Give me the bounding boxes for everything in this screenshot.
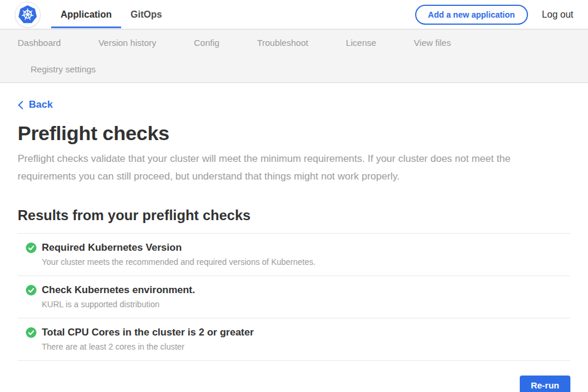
subnav-item-dashboard[interactable]: Dashboard xyxy=(18,38,61,48)
subnav-item-config[interactable]: Config xyxy=(194,38,219,48)
check-text: Required Kubernetes Version Your cluster… xyxy=(42,241,316,267)
top-header: Application GitOps Add a new application… xyxy=(0,0,588,29)
check-item-kubernetes-version: Required Kubernetes Version Your cluster… xyxy=(18,233,570,275)
header-tabs: Application GitOps xyxy=(51,0,171,29)
check-item-kubernetes-environment: Check Kubernetes environment. KURL is a … xyxy=(18,275,570,318)
subnav-row-1: Dashboard Version history Config Trouble… xyxy=(0,29,588,56)
footer-actions: Re-run xyxy=(18,376,570,392)
tab-gitops-label: GitOps xyxy=(131,9,162,20)
check-text: Total CPU Cores in the cluster is 2 or g… xyxy=(42,326,254,351)
check-detail: Your cluster meets the recommended and r… xyxy=(42,257,316,267)
check-title: Required Kubernetes Version xyxy=(42,241,316,254)
subnav-item-troubleshoot[interactable]: Troubleshoot xyxy=(257,38,308,48)
subnav-item-view-files[interactable]: View files xyxy=(414,38,451,48)
tab-application-label: Application xyxy=(61,9,112,20)
logout-link[interactable]: Log out xyxy=(542,9,573,20)
app-subnav: Dashboard Version history Config Trouble… xyxy=(0,29,588,83)
chevron-left-icon xyxy=(18,101,24,109)
check-title: Check Kubernetes environment. xyxy=(42,284,195,296)
check-title: Total CPU Cores in the cluster is 2 or g… xyxy=(42,326,254,338)
back-link-label: Back xyxy=(29,99,53,111)
check-detail: There are at least 2 cores in the cluste… xyxy=(42,342,254,351)
kubernetes-helm-icon xyxy=(18,5,38,25)
tab-application[interactable]: Application xyxy=(51,0,121,29)
check-pass-icon xyxy=(26,242,36,253)
back-link[interactable]: Back xyxy=(18,99,53,111)
check-text: Check Kubernetes environment. KURL is a … xyxy=(42,284,195,309)
tab-gitops[interactable]: GitOps xyxy=(121,0,171,29)
subnav-item-license[interactable]: License xyxy=(346,38,376,48)
preflight-check-list: Required Kubernetes Version Your cluster… xyxy=(18,233,570,361)
preflight-description: Preflight checks validate that your clus… xyxy=(18,150,562,185)
subnav-item-version-history[interactable]: Version history xyxy=(98,38,156,48)
subnav-row-2: Registry settings xyxy=(0,56,588,82)
results-heading: Results from your preflight checks xyxy=(18,207,570,224)
subnav-item-registry-settings[interactable]: Registry settings xyxy=(31,64,96,74)
rerun-button[interactable]: Re-run xyxy=(520,376,570,392)
check-item-cpu-cores: Total CPU Cores in the cluster is 2 or g… xyxy=(18,318,570,360)
page-title: Preflight checks xyxy=(18,122,570,145)
kubernetes-logo xyxy=(15,2,41,28)
preflight-page: Back Preflight checks Preflight checks v… xyxy=(0,83,588,392)
check-pass-icon xyxy=(26,285,36,295)
header-right: Add a new application Log out xyxy=(415,0,588,29)
add-new-application-button[interactable]: Add a new application xyxy=(415,5,528,25)
check-detail: KURL is a supported distribution xyxy=(42,300,195,309)
check-pass-icon xyxy=(26,327,36,338)
